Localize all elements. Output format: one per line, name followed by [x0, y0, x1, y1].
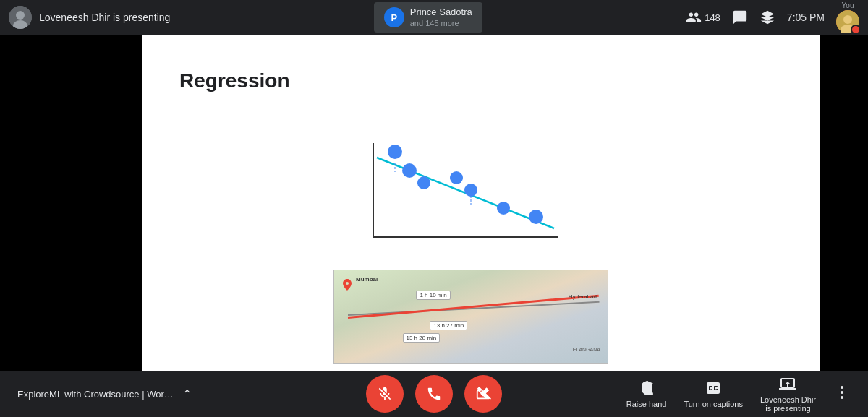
muted-badge [851, 25, 861, 35]
svg-point-20 [841, 396, 843, 399]
raise-hand-label: Raise hand [626, 400, 667, 408]
svg-point-15 [529, 210, 543, 224]
participant-avatar: P [384, 7, 404, 27]
svg-point-4 [843, 15, 852, 24]
time-display: 7:05 PM [787, 12, 825, 23]
more-options-button[interactable] [833, 384, 851, 405]
bottom-bar: ExploreML with Crowdsource | Workshop...… [0, 371, 868, 417]
captions-button[interactable]: Turn on captions [684, 379, 743, 408]
participant-name: Prince Sadotraand 145 more [410, 7, 472, 28]
presenter-info: Loveneesh Dhir is presenting [9, 6, 170, 29]
top-bar-right: 148 7:05 PM You [686, 1, 859, 33]
bottom-right-actions: Raise hand Turn on captions Loveneesh Dh… [626, 375, 851, 413]
self-avatar: You [836, 1, 859, 33]
screen-share-icon [779, 375, 796, 392]
end-call-button[interactable] [415, 375, 453, 413]
presenting-label: Loveneesh Dhiris presenting [760, 395, 816, 413]
svg-point-13 [464, 184, 477, 197]
svg-point-18 [841, 386, 843, 389]
map-label-3: 13 h 28 min [403, 333, 441, 343]
main-presentation-area: Regression [0, 35, 868, 371]
people-count-button[interactable]: 148 [686, 9, 720, 25]
regression-chart [352, 136, 569, 252]
chevron-up-icon[interactable]: ⌃ [182, 387, 192, 401]
svg-point-9 [388, 145, 402, 159]
presenting-text: Loveneesh Dhir is presenting [39, 12, 170, 23]
map-label-1: 1 h 10 min [416, 291, 450, 300]
chat-button[interactable] [732, 9, 748, 25]
slide-title: Regression [179, 69, 290, 93]
svg-point-14 [497, 202, 510, 215]
call-controls [366, 375, 502, 413]
svg-point-1 [16, 11, 25, 20]
mute-button[interactable] [366, 375, 404, 413]
top-bar: Loveneesh Dhir is presenting P Prince Sa… [0, 0, 868, 35]
svg-point-12 [450, 171, 463, 184]
raise-hand-icon [638, 379, 655, 397]
meeting-title-section: ExploreML with Crowdsource | Workshop...… [17, 387, 192, 401]
you-avatar-image [836, 10, 859, 33]
slide-container: Regression [142, 35, 820, 371]
map-image: 1 h 10 min 13 h 27 min 13 h 28 min Mumba… [333, 270, 608, 364]
raise-hand-button[interactable]: Raise hand [626, 379, 667, 408]
presenting-button[interactable]: Loveneesh Dhiris presenting [760, 375, 816, 413]
svg-point-11 [417, 176, 430, 189]
captions-label: Turn on captions [684, 400, 743, 408]
activities-button[interactable] [760, 9, 775, 25]
svg-point-19 [841, 391, 843, 394]
presenter-avatar [9, 6, 32, 29]
meeting-title: ExploreML with Crowdsource | Workshop... [17, 389, 176, 400]
camera-button[interactable] [464, 375, 502, 413]
captions-icon [705, 379, 722, 397]
participant-count: 148 [705, 12, 720, 23]
map-label-2: 13 h 27 min [430, 321, 467, 330]
svg-point-10 [402, 163, 417, 178]
participant-chip[interactable]: P Prince Sadotraand 145 more [374, 2, 482, 33]
you-label: You [842, 1, 854, 9]
participant-name-text: Prince Sadotraand 145 more [410, 7, 472, 28]
